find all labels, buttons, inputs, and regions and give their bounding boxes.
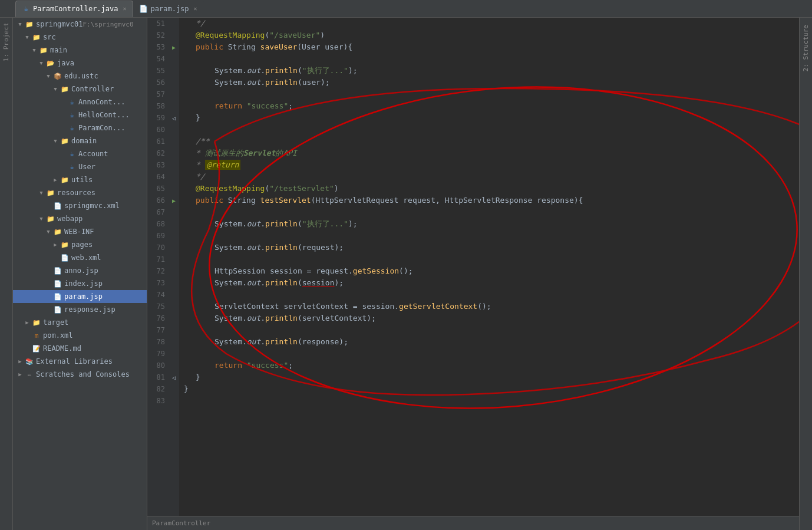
code-line-82: } (184, 383, 799, 395)
no-arrow (44, 266, 53, 275)
sidebar-item-resources[interactable]: ▼ 📁 resources (13, 186, 147, 199)
sidebar-item-springmvc-xml[interactable]: 📄 springmvc.xml (13, 199, 147, 212)
sidebar-label: ParamCon... (78, 124, 125, 132)
line-num-74: 74 (151, 289, 165, 301)
sidebar-item-controller[interactable]: ▼ 📁 Controller (13, 83, 147, 96)
jsp-icon: 📄 (53, 305, 62, 314)
sidebar-label: index.jsp (64, 279, 103, 288)
sidebar-item-anno-jsp[interactable]: 📄 anno.jsp (13, 264, 147, 277)
line-num-57: 57 (151, 88, 165, 100)
sidebar-item-webapp[interactable]: ▼ 📁 webapp (13, 212, 147, 225)
code-line-51: */ (184, 18, 799, 29)
code-line-66: public String testServlet(HttpServletReq… (184, 195, 799, 206)
sidebar-label: Scratches and Consoles (36, 370, 130, 378)
sidebar-item-pom[interactable]: m pom.xml (13, 329, 147, 342)
sidebar-item-user[interactable]: ☕ User (13, 160, 147, 173)
tab-param-jsp[interactable]: 📄 param.jsp ✕ (133, 1, 204, 17)
xml-icon: 📄 (60, 253, 70, 262)
code-line-83 (184, 395, 799, 407)
sidebar-item-param-con[interactable]: ☕ ParamCon... (13, 121, 147, 134)
gutter-70 (169, 242, 179, 254)
folder-icon: 📁 (46, 214, 55, 223)
line-num-51: 51 (151, 18, 165, 29)
code-line-62: * 测试原生的Servlet的API (184, 147, 799, 159)
folder-icon: 📁 (60, 84, 70, 94)
code-line-68: System.out.println("执行了..."); (184, 218, 799, 230)
sidebar-item-ext-lib[interactable]: ▶ 📚 External Libraries (13, 355, 147, 368)
arrow-icon: ▼ (37, 188, 46, 197)
no-arrow (51, 253, 60, 262)
gutter-51 (169, 18, 179, 29)
arrow-icon: ▶ (51, 175, 60, 185)
editor-area: 51 52 53 54 55 56 57 58 59 60 61 62 63 6… (147, 18, 799, 530)
gutter-68 (169, 218, 179, 230)
sidebar-label: anno.jsp (64, 266, 98, 275)
sidebar-item-springmvc01[interactable]: ▼ 📁 springmvc01 F:\springmvc0 (13, 18, 147, 31)
sidebar-item-account[interactable]: ☕ Account (13, 147, 147, 160)
project-vtab[interactable]: 1: Project (1, 18, 12, 66)
line-num-73: 73 (151, 277, 165, 289)
tab-close-icon-2[interactable]: ✕ (194, 5, 197, 12)
gutter-64 (169, 171, 179, 183)
sidebar-label: utils (71, 176, 93, 184)
line-num-80: 80 (151, 360, 165, 371)
sidebar-item-java[interactable]: ▼ 📂 java (13, 57, 147, 70)
arrow-icon: ▶ (15, 370, 25, 379)
structure-vtab[interactable]: 2: Structure (800, 20, 811, 76)
arrow-icon: ▼ (29, 45, 39, 55)
arrow-icon: ▼ (15, 19, 25, 29)
sidebar-label: Account (78, 150, 108, 158)
gutter-59: ◁ (169, 112, 179, 124)
code-line-60 (184, 124, 799, 136)
no-arrow (58, 162, 67, 172)
arrow-icon: ▼ (51, 136, 60, 146)
tab-close-icon[interactable]: ✕ (123, 5, 127, 12)
sidebar-item-domain[interactable]: ▼ 📁 domain (13, 134, 147, 147)
code-line-64: */ (184, 171, 799, 183)
no-arrow (44, 292, 53, 301)
sidebar-item-pages[interactable]: ▶ 📁 pages (13, 238, 147, 251)
code-content[interactable]: */ @RequestMapping("/saveUser") public S… (179, 18, 799, 516)
code-line-76: System.out.println(servletContext); (184, 312, 799, 324)
line-num-64: 64 (151, 171, 165, 183)
gutter-75 (169, 301, 179, 312)
gutter-82 (169, 383, 179, 395)
sources-icon: 📂 (46, 58, 55, 68)
sidebar-item-anno-cont[interactable]: ☕ AnnoCont... (13, 96, 147, 108)
sidebar-item-edu-ustc[interactable]: ▼ 📦 edu.ustc (13, 70, 147, 83)
sidebar-label: webapp (57, 215, 82, 223)
sidebar-item-main[interactable]: ▼ 📁 main (13, 44, 147, 57)
no-arrow (58, 97, 67, 107)
sidebar-item-response-jsp[interactable]: 📄 response.jsp (13, 303, 147, 316)
sidebar-label: pages (71, 241, 93, 249)
line-numbers: 51 52 53 54 55 56 57 58 59 60 61 62 63 6… (147, 18, 169, 516)
sidebar-item-utils[interactable]: ▶ 📁 utils (13, 173, 147, 186)
gutter-71 (169, 254, 179, 265)
folder-icon: 📁 (32, 318, 41, 327)
sidebar-item-scratches[interactable]: ▶ ✏️ Scratches and Consoles (13, 368, 147, 381)
jsp-file-icon: 📄 (140, 5, 148, 13)
gutter-67 (169, 206, 179, 218)
sidebar-label: springmvc01 (36, 20, 82, 28)
tab-param-controller[interactable]: ☕ ParamController.java ✕ (15, 1, 133, 17)
java-icon: ☕ (67, 97, 77, 107)
sidebar-item-readme[interactable]: 📝 README.md (13, 342, 147, 355)
sidebar-item-hello-cont[interactable]: ☕ HelloCont... (13, 108, 147, 121)
line-num-62: 62 (151, 147, 165, 159)
sidebar-item-index-jsp[interactable]: 📄 index.jsp (13, 277, 147, 290)
jsp-icon: 📄 (53, 266, 62, 275)
line-num-82: 82 (151, 383, 165, 395)
line-num-81: 81 (151, 371, 165, 383)
jsp-icon: 📄 (53, 292, 62, 301)
sidebar-item-src[interactable]: ▼ 📁 src (13, 31, 147, 44)
sidebar-item-web-xml[interactable]: 📄 web.xml (13, 251, 147, 264)
left-vtabs: 1: Project (0, 18, 13, 530)
sidebar-item-web-inf[interactable]: ▼ 📁 WEB-INF (13, 225, 147, 238)
line-num-67: 67 (151, 206, 165, 218)
sidebar-item-param-jsp[interactable]: 📄 param.jsp (13, 290, 147, 303)
sidebar-item-target[interactable]: ▶ 📁 target (13, 316, 147, 329)
library-icon: 📚 (25, 357, 34, 366)
folder-icon: 📁 (39, 45, 48, 55)
sidebar-label: AnnoCont... (78, 98, 125, 106)
gutter-52 (169, 29, 179, 41)
